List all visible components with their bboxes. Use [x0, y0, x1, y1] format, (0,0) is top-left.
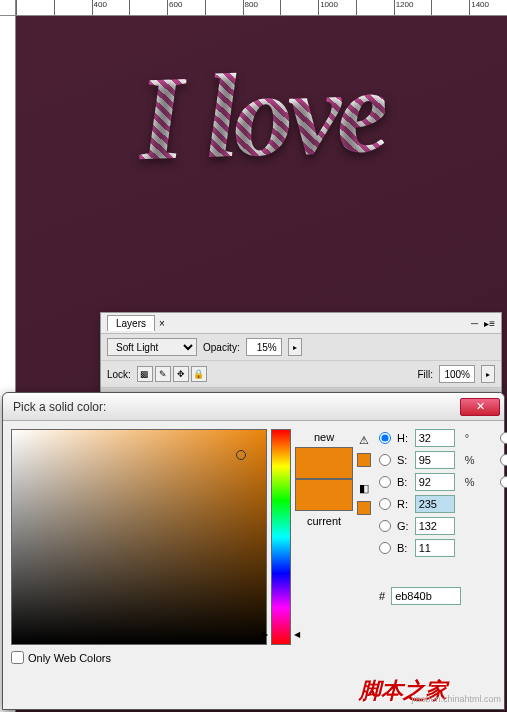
label-g: G: [397, 520, 409, 532]
input-hex[interactable] [391, 587, 461, 605]
fill-flyout-icon[interactable]: ▸ [481, 365, 495, 383]
input-r[interactable] [415, 495, 455, 513]
ruler-tick [356, 0, 394, 15]
radio-r[interactable] [379, 498, 391, 510]
label-b: B: [397, 542, 409, 554]
radio-s[interactable] [379, 454, 391, 466]
panel-menu-icon[interactable]: ▸≡ [484, 318, 495, 329]
dialog-title: Pick a solid color: [13, 400, 460, 414]
opacity-input[interactable] [246, 338, 282, 356]
hex-label: # [379, 590, 385, 602]
radio-b2[interactable] [500, 476, 507, 488]
blend-mode-select[interactable]: Soft Light [107, 338, 197, 356]
input-b[interactable] [415, 539, 455, 557]
ruler-tick: 800 [243, 0, 281, 15]
input-s[interactable] [415, 451, 455, 469]
label-r: R: [397, 498, 409, 510]
ruler-tick [129, 0, 167, 15]
ruler-tick: 600 [167, 0, 205, 15]
opacity-flyout-icon[interactable]: ▸ [288, 338, 302, 356]
layers-panel-header[interactable]: Layers × ─ ▸≡ [101, 313, 501, 334]
candy-text: I love [136, 42, 387, 189]
ruler-tick [16, 0, 54, 15]
input-g[interactable] [415, 517, 455, 535]
fill-label: Fill: [417, 369, 433, 380]
saturation-value-field[interactable] [11, 429, 267, 645]
ruler-tick: 400 [92, 0, 130, 15]
gamut-swatch[interactable] [357, 453, 371, 467]
only-web-colors-checkbox[interactable]: Only Web Colors [11, 651, 371, 664]
current-color-swatch[interactable] [295, 479, 353, 511]
ruler-tick: 1000 [318, 0, 356, 15]
label-s: S: [397, 454, 409, 466]
opacity-label: Opacity: [203, 342, 240, 353]
radio-l[interactable] [500, 432, 507, 444]
dialog-titlebar[interactable]: Pick a solid color: ✕ [3, 393, 504, 421]
lock-pixels-icon[interactable]: ✎ [155, 366, 171, 382]
ruler-tick [431, 0, 469, 15]
ruler-tick: 1200 [394, 0, 432, 15]
close-button[interactable]: ✕ [460, 398, 500, 416]
color-fields: H:° L: S:% a: B:% b: R: C:% G: M:% B: Y:… [379, 429, 507, 579]
lock-transparent-icon[interactable]: ▩ [137, 366, 153, 382]
label-bb: B: [397, 476, 409, 488]
lock-all-icon[interactable]: 🔒 [191, 366, 207, 382]
color-marker-icon[interactable] [236, 450, 246, 460]
close-icon[interactable]: × [159, 318, 165, 329]
websafe-swatch[interactable] [357, 501, 371, 515]
layers-tab[interactable]: Layers [107, 315, 155, 331]
ruler-horizontal[interactable]: 400 600 800 1000 1200 1400 [16, 0, 507, 16]
color-picker-dialog: Pick a solid color: ✕ new current [2, 392, 505, 710]
only-web-colors-input[interactable] [11, 651, 24, 664]
current-label: current [307, 515, 341, 527]
ruler-tick [205, 0, 243, 15]
fill-input[interactable] [439, 365, 475, 383]
radio-a[interactable] [500, 454, 507, 466]
input-bb[interactable] [415, 473, 455, 491]
lock-label: Lock: [107, 369, 131, 380]
lock-icons-group: ▩ ✎ ✥ 🔒 [137, 366, 207, 382]
gamut-warning-icon[interactable]: ⚠ [357, 433, 371, 447]
only-web-label: Only Web Colors [28, 652, 111, 664]
unit-bb: % [465, 476, 475, 488]
ruler-tick [280, 0, 318, 15]
label-h: H: [397, 432, 409, 444]
unit-h: ° [465, 432, 475, 444]
radio-h[interactable] [379, 432, 391, 444]
radio-bb[interactable] [379, 476, 391, 488]
hue-slider[interactable] [271, 429, 291, 645]
unit-s: % [465, 454, 475, 466]
layers-lock-row: Lock: ▩ ✎ ✥ 🔒 Fill: ▸ [101, 361, 501, 388]
radio-g[interactable] [379, 520, 391, 532]
layers-blend-row: Soft Light Opacity: ▸ [101, 334, 501, 361]
input-h[interactable] [415, 429, 455, 447]
websafe-warning-icon[interactable]: ◧ [357, 481, 371, 495]
ruler-tick: 1400 [469, 0, 507, 15]
minimize-icon[interactable]: ─ [471, 318, 478, 329]
new-color-swatch [295, 447, 353, 479]
radio-b[interactable] [379, 542, 391, 554]
new-label: new [314, 431, 334, 443]
ruler-tick [54, 0, 92, 15]
ruler-corner [0, 0, 16, 16]
lock-position-icon[interactable]: ✥ [173, 366, 189, 382]
